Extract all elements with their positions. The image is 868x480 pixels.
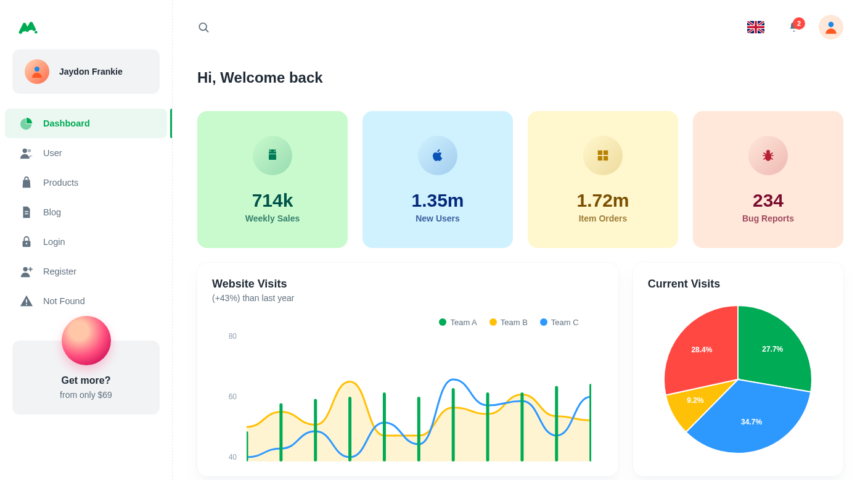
language-button[interactable] xyxy=(747,21,764,33)
svg-rect-35 xyxy=(555,386,558,461)
legend-item[interactable]: Team A xyxy=(439,318,477,327)
ytick: 60 xyxy=(218,392,237,401)
promo-card: Get more? from only $69 xyxy=(12,341,160,415)
svg-line-18 xyxy=(269,149,271,151)
svg-point-17 xyxy=(274,151,275,152)
lock-icon xyxy=(20,235,33,249)
promo-avatar-icon xyxy=(62,316,111,365)
svg-rect-20 xyxy=(598,150,602,154)
promo-title: Get more? xyxy=(25,375,147,386)
legend-item[interactable]: Team B xyxy=(489,318,528,327)
file-text-icon xyxy=(20,205,33,219)
svg-rect-4 xyxy=(25,211,28,212)
svg-rect-23 xyxy=(604,155,608,160)
content: Hi, Welcome back 714kWeekly Sales1.35mNe… xyxy=(173,54,868,481)
stats-row: 714kWeekly Sales1.35mNew Users1.72mItem … xyxy=(197,111,843,248)
sidebar-item-label: Dashboard xyxy=(43,118,90,128)
logo[interactable] xyxy=(0,15,172,39)
search-button[interactable] xyxy=(197,21,210,33)
svg-point-16 xyxy=(270,151,271,152)
svg-rect-26 xyxy=(247,431,248,461)
sidebar-item-products[interactable]: Products xyxy=(5,168,167,197)
stat-value: 714k xyxy=(207,190,338,211)
people-icon xyxy=(20,146,33,160)
svg-point-24 xyxy=(765,152,771,161)
pie-slice-label: 27.7% xyxy=(762,345,783,354)
alert-triangle-icon xyxy=(20,294,33,308)
shopping-bag-icon xyxy=(20,176,33,189)
ytick: 40 xyxy=(218,453,237,461)
dot-icon xyxy=(489,318,497,326)
sidebar-item-blog[interactable]: Blog xyxy=(5,197,167,227)
sidebar-item-user[interactable]: User xyxy=(5,138,167,168)
user-avatar-button[interactable] xyxy=(819,15,843,39)
sidebar-item-dashboard[interactable]: Dashboard xyxy=(5,109,167,138)
svg-rect-33 xyxy=(486,392,489,461)
ytick: 80 xyxy=(218,332,237,341)
svg-point-8 xyxy=(23,267,28,271)
dot-icon xyxy=(540,318,547,326)
pie-slice-label: 9.2% xyxy=(687,396,703,405)
svg-rect-36 xyxy=(589,384,591,461)
visits-legend: Team A Team B Team C xyxy=(212,318,579,327)
sidebar: Jaydon Frankie DashboardUserProductsBlog… xyxy=(0,0,173,480)
sidebar-item-label: Login xyxy=(43,237,65,247)
svg-rect-9 xyxy=(26,299,27,303)
android-icon xyxy=(253,136,292,175)
svg-point-14 xyxy=(829,22,834,27)
stat-card-weekly-sales: 714kWeekly Sales xyxy=(197,111,348,248)
svg-point-25 xyxy=(766,150,770,154)
current-visits-card: Current Visits 27.7%34.7%9.2%28.4% xyxy=(633,263,843,476)
main: 2 Hi, Welcome back 714kWeekly Sales1.35m… xyxy=(173,0,868,480)
svg-rect-29 xyxy=(348,397,351,461)
pie-slice-label: 28.4% xyxy=(691,346,712,354)
pie-chart-icon xyxy=(20,117,33,130)
pie-slice-label: 34.7% xyxy=(741,418,762,426)
line-chart: 80 60 40 xyxy=(212,332,604,461)
person-add-icon xyxy=(20,265,33,278)
pie-chart: 27.7%34.7%9.2%28.4% xyxy=(648,305,829,453)
svg-rect-34 xyxy=(520,392,523,461)
stat-card-item-orders: 1.72mItem Orders xyxy=(528,111,678,248)
svg-rect-22 xyxy=(598,155,602,160)
visits-subtitle: (+43%) than last year xyxy=(212,293,604,303)
stat-value: 234 xyxy=(703,190,833,211)
stat-label: Item Orders xyxy=(538,213,668,223)
stat-value: 1.35m xyxy=(372,190,503,211)
sidebar-item-login[interactable]: Login xyxy=(5,227,167,257)
svg-rect-21 xyxy=(604,150,608,154)
sidebar-item-register[interactable]: Register xyxy=(5,257,167,286)
stat-label: Weekly Sales xyxy=(207,213,338,223)
apple-icon xyxy=(418,136,457,175)
svg-point-2 xyxy=(23,149,27,153)
stat-card-bug-reports: 234Bug Reports xyxy=(693,111,843,248)
website-visits-card: Website Visits (+43%) than last year Tea… xyxy=(197,263,618,476)
dot-icon xyxy=(439,318,446,326)
sidebar-item-label: User xyxy=(43,148,62,158)
notification-badge: 2 xyxy=(793,17,805,30)
svg-rect-27 xyxy=(279,403,282,461)
stat-value: 1.72m xyxy=(538,190,668,211)
uk-flag-icon xyxy=(747,21,764,33)
current-title: Current Visits xyxy=(648,278,829,291)
svg-rect-10 xyxy=(26,304,27,305)
legend-item[interactable]: Team C xyxy=(540,318,579,327)
account-card[interactable]: Jaydon Frankie xyxy=(12,49,160,94)
svg-point-0 xyxy=(35,31,37,33)
svg-point-3 xyxy=(28,149,31,153)
stat-label: Bug Reports xyxy=(703,213,833,223)
sidebar-item-label: Register xyxy=(43,267,76,276)
stat-label: New Users xyxy=(372,213,503,223)
bug-icon xyxy=(748,136,788,175)
sidebar-item-not-found[interactable]: Not Found xyxy=(5,286,167,316)
promo-subtitle: from only $69 xyxy=(25,390,147,400)
svg-rect-15 xyxy=(269,154,276,160)
sidebar-item-label: Blog xyxy=(43,207,61,217)
svg-rect-28 xyxy=(314,399,317,461)
notifications-button[interactable]: 2 xyxy=(788,21,800,33)
account-name: Jaydon Frankie xyxy=(59,67,123,77)
page-title: Hi, Welcome back xyxy=(197,69,843,86)
sidebar-item-label: Not Found xyxy=(43,296,85,306)
avatar-icon xyxy=(823,19,839,35)
svg-rect-31 xyxy=(417,397,420,461)
